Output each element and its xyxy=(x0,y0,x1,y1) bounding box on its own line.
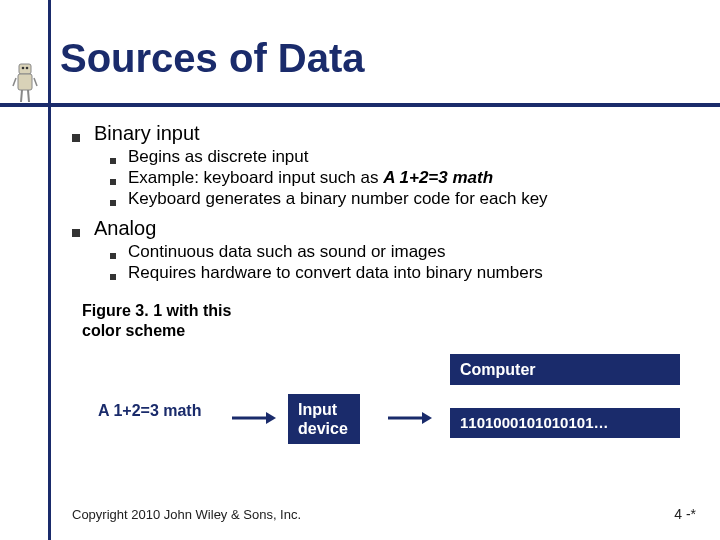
diagram-input-text: A 1+2=3 math xyxy=(98,402,201,420)
example-bold: A 1+2=3 math xyxy=(383,168,493,187)
copyright-text: Copyright 2010 John Wiley & Sons, Inc. xyxy=(72,507,301,522)
sub-bullet-example: Example: keyboard input such as A 1+2=3 … xyxy=(110,168,692,188)
sub-bullet: Requires hardware to convert data into b… xyxy=(110,263,692,283)
svg-point-2 xyxy=(26,67,29,70)
svg-marker-9 xyxy=(266,412,276,424)
square-bullet-icon xyxy=(110,179,116,185)
example-prefix: Example: keyboard input such as xyxy=(128,168,383,187)
square-bullet-icon xyxy=(72,134,80,142)
svg-line-4 xyxy=(13,78,16,86)
figure-caption-line2: color scheme xyxy=(82,322,185,339)
square-bullet-icon xyxy=(110,200,116,206)
figure-caption: Figure 3. 1 with this color scheme xyxy=(82,301,292,341)
square-bullet-icon xyxy=(72,229,80,237)
diagram-computer-label: Computer xyxy=(460,361,536,378)
sub-bullet-text: Continuous data such as sound or images xyxy=(128,242,446,262)
sub-bullet-text: Example: keyboard input such as A 1+2=3 … xyxy=(128,168,493,188)
title-underline xyxy=(0,103,720,107)
page-number: 4 -* xyxy=(674,506,696,522)
sub-bullet-text: Begins as discrete input xyxy=(128,147,309,167)
bullet-analog-label: Analog xyxy=(94,217,156,240)
slide-title: Sources of Data xyxy=(60,36,365,81)
mascot-icon xyxy=(12,60,38,104)
ellipsis-icon: … xyxy=(593,414,608,431)
svg-line-6 xyxy=(21,90,22,102)
sub-bullet-text: Requires hardware to convert data into b… xyxy=(128,263,543,283)
square-bullet-icon xyxy=(110,253,116,259)
arrow-right-icon xyxy=(232,410,276,422)
left-vertical-rule xyxy=(48,0,51,540)
svg-point-1 xyxy=(22,67,25,70)
figure-caption-line1: Figure 3. 1 with this xyxy=(82,302,231,319)
sub-bullet: Continuous data such as sound or images xyxy=(110,242,692,262)
svg-rect-0 xyxy=(19,64,31,74)
diagram-computer-box: Computer xyxy=(450,354,680,385)
diagram-binary-stream: 1101000101010101 xyxy=(460,414,593,431)
svg-rect-3 xyxy=(18,74,32,90)
diagram-input-device-label: Input device xyxy=(298,401,348,437)
square-bullet-icon xyxy=(110,158,116,164)
svg-line-7 xyxy=(28,90,29,102)
sub-bullet-text: Keyboard generates a binary number code … xyxy=(128,189,548,209)
svg-line-5 xyxy=(34,78,37,86)
diagram-input-device-box: Input device xyxy=(288,394,360,444)
svg-marker-11 xyxy=(422,412,432,424)
bullet-analog: Analog xyxy=(72,217,692,240)
sub-bullet: Begins as discrete input xyxy=(110,147,692,167)
diagram-binary-box: 1101000101010101… xyxy=(450,408,680,438)
bullet-binary: Binary input xyxy=(72,122,692,145)
arrow-right-icon xyxy=(388,410,432,422)
bullet-binary-label: Binary input xyxy=(94,122,200,145)
sub-bullet: Keyboard generates a binary number code … xyxy=(110,189,692,209)
content-area: Binary input Begins as discrete input Ex… xyxy=(72,118,692,341)
square-bullet-icon xyxy=(110,274,116,280)
flow-diagram: A 1+2=3 math Input device Computer 11010… xyxy=(82,380,702,470)
